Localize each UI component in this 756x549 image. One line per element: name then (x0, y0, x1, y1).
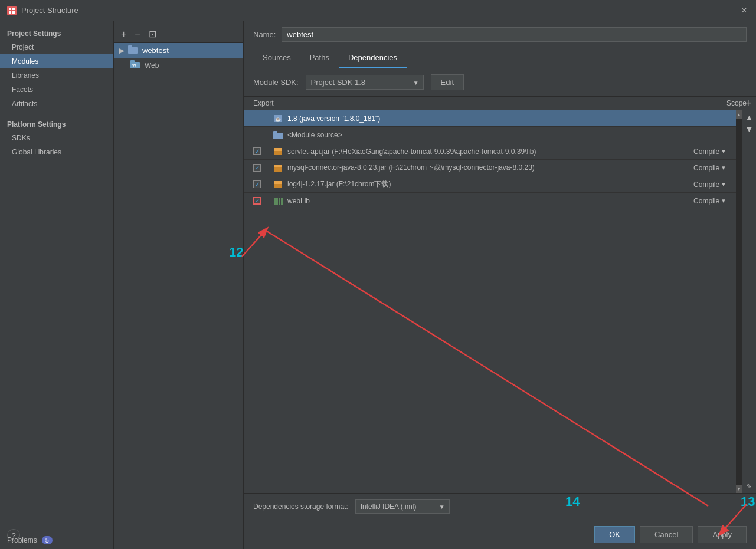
dep-row-log4j[interactable]: log4j-1.2.17.jar (F:\21chrom下载) Compile … (244, 176, 736, 193)
dep-icon-servlet (271, 147, 285, 156)
dep-scope-arrow-log4j: ▼ (721, 181, 726, 188)
name-input[interactable] (282, 27, 747, 42)
dep-scope-arrow-mysql: ▼ (721, 165, 726, 171)
svg-rect-5 (128, 45, 132, 48)
ok-button[interactable]: OK (594, 526, 635, 543)
scope-col-header: Scope (688, 99, 747, 107)
tree-item-webtest[interactable]: ▶ webtest (114, 43, 243, 58)
sdk-select[interactable]: Project SDK 1.8 (306, 75, 424, 90)
tree-toolbar: + − ⊡ (114, 26, 243, 43)
bottom-bar: OK Cancel Apply (244, 520, 756, 549)
apply-button[interactable]: Apply (698, 526, 747, 543)
dep-name-servlet: servlet-api.jar (F:\HeXiaoGang\apache-to… (285, 147, 656, 156)
dep-row-mysql[interactable]: mysql-connector-java-8.0.23.jar (F:\21ch… (244, 160, 736, 176)
dep-row-servlet[interactable]: servlet-api.jar (F:\HeXiaoGang\apache-to… (244, 143, 736, 160)
sidebar-item-project[interactable]: Project (0, 40, 113, 54)
title-bar: Project Structure × (0, 0, 756, 21)
tree-item-webtest-label: webtest (142, 46, 169, 55)
storage-label: Dependencies storage format: (253, 502, 348, 511)
dep-table-scroll: ☕ 1.8 (java version "1.8.0_181") (244, 110, 756, 493)
dep-check-mysql[interactable] (253, 164, 271, 172)
dep-table-header: Export Scope + (244, 97, 756, 110)
scrollbar-down-btn[interactable]: ▼ (736, 485, 742, 493)
side-edit-buttons: ▲ ▼ ✎ (742, 110, 756, 493)
dep-scope-log4j: Compile ▼ (656, 180, 726, 189)
dep-check-log4j[interactable] (253, 180, 271, 188)
scrollbar-up-btn[interactable]: ▲ (736, 110, 742, 119)
dep-name-log4j: log4j-1.2.17.jar (F:\21chrom下载) (285, 179, 656, 189)
svg-rect-18 (274, 181, 282, 184)
project-structure-window: Project Structure × Project Settings Pro… (0, 0, 756, 549)
copy-module-button[interactable]: ⊡ (146, 28, 159, 40)
svg-rect-22 (281, 198, 283, 205)
sidebar-item-libraries[interactable]: Libraries (0, 68, 113, 83)
tab-sources[interactable]: Sources (253, 48, 300, 68)
storage-select-wrapper: IntelliJ IDEA (.iml) (355, 499, 450, 514)
move-down-button[interactable]: ▼ (745, 124, 754, 134)
dep-checkbox-weblib[interactable] (253, 197, 261, 205)
web-folder-icon: W (130, 60, 140, 70)
dep-icon-log4j (271, 180, 285, 189)
sidebar-item-modules[interactable]: Modules (0, 54, 113, 68)
problems-badge: 5 (42, 536, 53, 544)
dep-icon-jdk: ☕ (271, 114, 285, 123)
close-button[interactable]: × (739, 6, 749, 15)
scrollbar-track: ▲ ▼ (736, 110, 742, 493)
module-folder-icon (128, 45, 138, 55)
dep-name-mysql: mysql-connector-java-8.0.23.jar (F:\21ch… (285, 163, 656, 173)
dep-scope-arrow-servlet: ▼ (721, 148, 726, 154)
dep-checkbox-log4j[interactable] (253, 180, 261, 188)
sidebar-item-artifacts[interactable]: Artifacts (0, 97, 113, 111)
sidebar-item-facets[interactable]: Facets (0, 83, 113, 97)
dep-checkbox-servlet[interactable] (253, 147, 261, 155)
dep-scope-weblib: Compile ▼ (656, 197, 726, 205)
svg-rect-19 (274, 198, 276, 205)
dep-table-wrapper: Export Scope + ☕ (244, 97, 756, 549)
storage-select[interactable]: IntelliJ IDEA (.iml) (355, 499, 450, 514)
sdk-row: Module SDK: Project SDK 1.8 Edit (244, 68, 756, 97)
sidebar-item-global-libraries[interactable]: Global Libraries (0, 145, 113, 159)
svg-text:☕: ☕ (275, 116, 281, 122)
dep-icon-weblib (271, 196, 285, 206)
app-icon (7, 6, 17, 15)
sidebar: Project Settings Project Modules Librari… (0, 21, 114, 549)
dep-row-module-source[interactable]: <Module source> (244, 127, 736, 143)
tab-dependencies[interactable]: Dependencies (339, 48, 407, 68)
svg-rect-14 (274, 148, 282, 151)
cancel-button[interactable]: Cancel (640, 526, 693, 543)
tree-item-web[interactable]: W Web (114, 58, 243, 73)
tree-expand-arrow: ▶ (119, 46, 125, 55)
svg-rect-1 (12, 8, 15, 10)
dep-icon-mysql (271, 163, 285, 173)
help-button[interactable]: ? (7, 529, 20, 542)
dep-scope-mysql: Compile ▼ (656, 164, 726, 172)
dep-row-jdk[interactable]: ☕ 1.8 (java version "1.8.0_181") (244, 110, 736, 127)
dep-scope-arrow-weblib: ▼ (721, 198, 726, 204)
edit-sdk-button[interactable]: Edit (431, 74, 464, 90)
dep-table-content: ☕ 1.8 (java version "1.8.0_181") (244, 110, 736, 493)
add-dependency-button[interactable]: + (745, 98, 751, 109)
move-up-button[interactable]: ▲ (745, 113, 754, 122)
scrollbar-thumb-area (736, 119, 742, 485)
svg-rect-16 (274, 165, 282, 167)
tab-paths[interactable]: Paths (300, 48, 339, 68)
tree-item-web-label: Web (145, 61, 159, 70)
name-row: Name: (244, 21, 756, 48)
dep-checkbox-mysql[interactable] (253, 164, 261, 172)
sidebar-item-sdks[interactable]: SDKs (0, 131, 113, 145)
svg-rect-0 (9, 8, 11, 10)
svg-rect-12 (273, 131, 277, 134)
add-module-button[interactable]: + (119, 28, 129, 40)
name-label: Name: (253, 30, 276, 39)
dep-row-weblib[interactable]: webLib Compile ▼ (244, 193, 736, 209)
tabs-row: Sources Paths Dependencies (244, 48, 756, 68)
dep-check-weblib[interactable] (253, 197, 271, 205)
platform-settings-title: Platform Settings (0, 117, 113, 131)
window-title: Project Structure (21, 6, 739, 15)
dep-scope-servlet: Compile ▼ (656, 147, 726, 156)
edit-item-button[interactable]: ✎ (747, 483, 752, 491)
svg-rect-21 (279, 198, 280, 205)
dep-check-servlet[interactable] (253, 147, 271, 155)
project-settings-title: Project Settings (0, 26, 113, 40)
remove-module-button[interactable]: − (132, 28, 142, 40)
